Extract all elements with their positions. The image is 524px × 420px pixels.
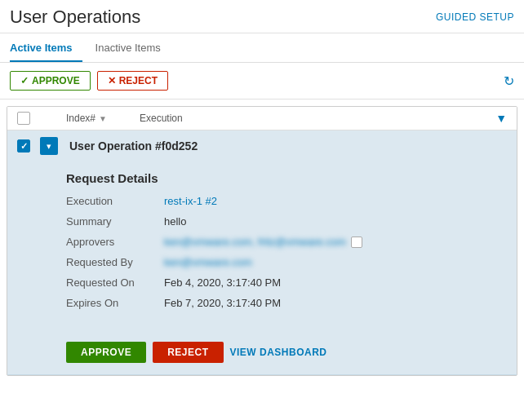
x-icon: ✕ [108, 75, 116, 86]
label-requested-on: Requested On [66, 276, 164, 289]
label-approvers: Approvers [66, 236, 164, 248]
tab-bar: Active Items Inactive Items [0, 33, 524, 63]
value-approvers: ken@vmware.com, fritz@vmware.com [164, 236, 346, 248]
detail-panel: Request Details Execution rest-ix-1 #2 S… [7, 161, 517, 330]
row-header: ▾ User Operation #f0d252 [7, 130, 517, 161]
approve-button[interactable]: ✓ APPROVE [10, 71, 91, 91]
label-requested-by: Requested By [66, 256, 164, 268]
main-container: Index# ▼ Execution ▼ ▾ User Operation #f… [7, 106, 517, 376]
value-expires-on: Feb 7, 2020, 3:17:40 PM [164, 297, 281, 309]
approvers-container: ken@vmware.com, fritz@vmware.com [164, 236, 362, 248]
action-reject-button[interactable]: REJECT [153, 342, 223, 363]
header-checkbox-cell [17, 112, 40, 125]
tab-active-items[interactable]: Active Items [10, 33, 82, 62]
label-expires-on: Expires On [66, 297, 164, 309]
filter-icon[interactable]: ▼ [495, 112, 507, 125]
row-title: User Operation #f0d252 [69, 139, 198, 153]
value-requested-on: Feb 4, 2020, 3:17:40 PM [164, 276, 281, 289]
detail-section-title: Request Details [66, 171, 504, 185]
guided-setup-link[interactable]: GUIDED SETUP [436, 11, 514, 23]
value-execution[interactable]: rest-ix-1 #2 [164, 195, 217, 207]
detail-summary: Summary hello [66, 215, 504, 228]
header-index: Index# ▼ [66, 113, 140, 124]
action-approve-button[interactable]: APPROVE [66, 342, 146, 363]
tab-inactive-items[interactable]: Inactive Items [95, 33, 171, 62]
sort-icon[interactable]: ▼ [99, 114, 107, 123]
label-summary: Summary [66, 215, 164, 228]
view-dashboard-button[interactable]: VIEW DASHBOARD [230, 347, 327, 358]
refresh-icon[interactable]: ↻ [504, 73, 514, 89]
row-checkbox-cell [17, 139, 40, 153]
detail-expires-on: Expires On Feb 7, 2020, 3:17:40 PM [66, 297, 504, 309]
page-header: User Operations GUIDED SETUP [0, 0, 524, 33]
row-expand-cell: ▾ [40, 137, 66, 155]
detail-requested-on: Requested On Feb 4, 2020, 3:17:40 PM [66, 276, 504, 289]
reject-button[interactable]: ✕ REJECT [97, 71, 168, 91]
value-summary: hello [164, 215, 186, 228]
toolbar: ✓ APPROVE ✕ REJECT ↻ [0, 63, 524, 99]
select-all-checkbox[interactable] [17, 112, 30, 125]
expand-button[interactable]: ▾ [40, 137, 58, 155]
table-header: Index# ▼ Execution ▼ [7, 107, 517, 130]
row-checkbox[interactable] [17, 139, 30, 153]
table-row: ▾ User Operation #f0d252 Request Details… [7, 130, 517, 375]
detail-approvers: Approvers ken@vmware.com, fritz@vmware.c… [66, 236, 504, 248]
label-execution: Execution [66, 195, 164, 207]
approver-checkbox[interactable] [351, 237, 362, 248]
header-execution: Execution [140, 113, 495, 124]
value-requested-by: ken@vmware.com [164, 256, 252, 268]
detail-execution: Execution rest-ix-1 #2 [66, 195, 504, 207]
check-icon: ✓ [20, 75, 29, 86]
action-bar: APPROVE REJECT VIEW DASHBOARD [7, 330, 517, 374]
page-title: User Operations [10, 7, 140, 28]
detail-requested-by: Requested By ken@vmware.com [66, 256, 504, 268]
